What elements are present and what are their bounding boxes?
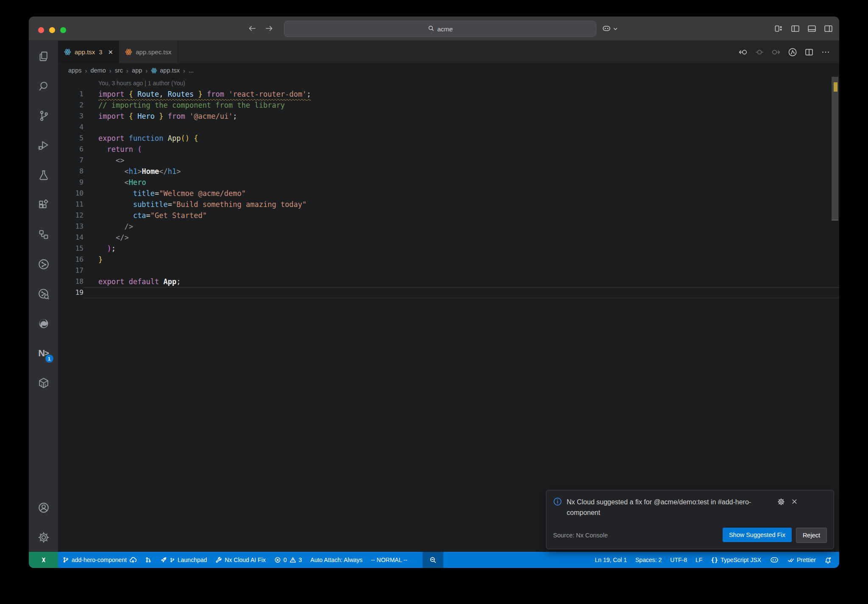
launchpad-item[interactable]: Launchpad xyxy=(156,552,211,568)
code-line-content[interactable]: ); xyxy=(83,243,839,254)
go-forward-icon[interactable] xyxy=(771,47,781,57)
nav-back-button[interactable] xyxy=(247,24,257,33)
activity-containers[interactable] xyxy=(37,377,50,389)
run-target-icon[interactable] xyxy=(787,47,798,57)
nx-cloud-ai-fix-item[interactable]: Nx Cloud AI Fix xyxy=(211,552,270,568)
show-suggested-fix-button[interactable]: Show Suggested Fix xyxy=(723,528,792,542)
traffic-light-close[interactable] xyxy=(38,27,44,33)
line-number[interactable]: 3 xyxy=(58,111,83,122)
vim-mode-item[interactable]: -- NORMAL -- xyxy=(367,552,412,568)
code-line-content[interactable] xyxy=(83,265,839,276)
split-editor-icon[interactable] xyxy=(804,47,814,57)
scrollbar-thumb[interactable] xyxy=(832,77,838,220)
auto-attach-item[interactable]: Auto Attach: Always xyxy=(306,552,367,568)
go-back-icon[interactable] xyxy=(738,47,748,57)
encoding[interactable]: UTF-8 xyxy=(666,552,691,568)
git-branch-item[interactable]: add-hero-component xyxy=(58,552,141,568)
activity-edge-browser[interactable] xyxy=(37,317,50,330)
code-line-content[interactable]: return ( xyxy=(83,144,839,155)
code-line-content[interactable]: } xyxy=(83,254,839,265)
notification-close-icon[interactable] xyxy=(791,498,798,507)
code-line-content[interactable]: subtitle="Build something amazing today" xyxy=(83,199,839,210)
activity-explorer[interactable] xyxy=(37,50,50,63)
code-line-content[interactable]: <> xyxy=(83,155,839,166)
line-number[interactable]: 4 xyxy=(58,122,83,133)
line-number[interactable]: 13 xyxy=(58,221,83,232)
activity-references[interactable] xyxy=(37,228,50,241)
code-line-content[interactable] xyxy=(83,287,839,298)
activity-run-and-debug[interactable] xyxy=(37,139,50,152)
line-number[interactable]: 7 xyxy=(58,155,83,166)
more-actions-icon[interactable] xyxy=(821,47,831,57)
indentation[interactable]: Spaces: 2 xyxy=(631,552,666,568)
code-line-content[interactable]: import { Route, Routes } from 'react-rou… xyxy=(83,89,839,100)
remote-indicator[interactable] xyxy=(29,552,58,568)
activity-search[interactable] xyxy=(37,80,50,92)
line-number[interactable]: 15 xyxy=(58,243,83,254)
line-number[interactable]: 12 xyxy=(58,210,83,221)
traffic-light-minimize[interactable] xyxy=(49,27,55,33)
line-number[interactable]: 11 xyxy=(58,199,83,210)
toggle-primary-sidebar-icon[interactable] xyxy=(790,24,800,33)
tab-close-icon[interactable]: × xyxy=(108,48,113,56)
activity-source-control[interactable] xyxy=(37,109,50,122)
line-number[interactable]: 17 xyxy=(58,265,83,276)
notifications-bell[interactable] xyxy=(820,552,836,568)
copilot-menu[interactable] xyxy=(602,24,618,35)
breadcrumb-item-src[interactable]: src xyxy=(115,67,123,74)
line-number[interactable]: 5 xyxy=(58,133,83,144)
code-line-content[interactable]: </> xyxy=(83,232,839,243)
code-line-content[interactable] xyxy=(83,122,839,133)
tab-app-spec-tsx[interactable]: app.spec.tsx xyxy=(119,41,178,63)
line-number[interactable]: 8 xyxy=(58,166,83,177)
line-number[interactable]: 18 xyxy=(58,276,83,287)
source-control-graph-item[interactable] xyxy=(141,552,156,568)
copilot-status[interactable] xyxy=(765,552,783,568)
code-line-content[interactable]: import { Hero } from '@acme/ui'; xyxy=(83,111,839,122)
activity-manage-settings[interactable] xyxy=(37,531,50,544)
go-to-change-icon[interactable] xyxy=(754,47,765,57)
line-number[interactable]: 19 xyxy=(58,287,83,298)
screencast-zoom-item[interactable] xyxy=(423,552,443,568)
line-number[interactable]: 9 xyxy=(58,177,83,188)
line-number[interactable]: 6 xyxy=(58,144,83,155)
nav-forward-button[interactable] xyxy=(264,24,274,33)
breadcrumb-item-demo[interactable]: demo xyxy=(90,67,106,74)
activity-nx-project-graph[interactable] xyxy=(37,258,50,271)
eol-sequence[interactable]: LF xyxy=(691,552,707,568)
code-line-content[interactable]: title="Welcmoe @acme/demo" xyxy=(83,188,839,199)
customize-layout-icon[interactable] xyxy=(773,24,784,33)
notification-settings-gear-icon[interactable] xyxy=(777,498,785,507)
tab-app-tsx[interactable]: app.tsx3× xyxy=(58,41,119,63)
language-mode[interactable]: {}TypeScript JSX xyxy=(707,552,765,568)
code-line-content[interactable]: cta="Get Started" xyxy=(83,210,839,221)
line-number[interactable]: 10 xyxy=(58,188,83,199)
cursor-position[interactable]: Ln 19, Col 1 xyxy=(591,552,632,568)
code-line-content[interactable]: /> xyxy=(83,221,839,232)
traffic-light-zoom[interactable] xyxy=(60,27,66,33)
code-line-content[interactable]: <h1>Home</h1> xyxy=(83,166,839,177)
breadcrumb-item-apps[interactable]: apps xyxy=(68,67,81,74)
code-line-content[interactable]: <Hero xyxy=(83,177,839,188)
code-line-content[interactable]: export default App; xyxy=(83,276,839,287)
code-line-content[interactable]: export function App() { xyxy=(83,133,839,144)
activity-nx-project-details[interactable] xyxy=(37,288,50,300)
code-line-content[interactable]: // importing the component from the libr… xyxy=(83,100,839,111)
activity-extensions[interactable] xyxy=(37,199,50,211)
activity-accounts[interactable] xyxy=(37,501,50,514)
activity-nx-console[interactable]: N>1 xyxy=(37,347,50,360)
toggle-panel-icon[interactable] xyxy=(807,24,817,33)
command-center-search[interactable]: acme xyxy=(284,21,596,37)
breadcrumb-item-app[interactable]: app xyxy=(132,67,142,74)
toggle-secondary-sidebar-icon[interactable] xyxy=(823,24,833,33)
formatter-prettier[interactable]: Prettier xyxy=(783,552,820,568)
reject-button[interactable]: Reject xyxy=(796,528,827,543)
breadcrumb-symbol-more[interactable]: ... xyxy=(189,67,194,74)
breadcrumb-file[interactable]: app.tsx xyxy=(151,67,180,74)
line-number[interactable]: 16 xyxy=(58,254,83,265)
line-number[interactable]: 14 xyxy=(58,232,83,243)
activity-testing[interactable] xyxy=(37,169,50,182)
line-number[interactable]: 2 xyxy=(58,100,83,111)
line-number[interactable]: 1 xyxy=(58,89,83,100)
problems-item[interactable]: 03 xyxy=(270,552,306,568)
